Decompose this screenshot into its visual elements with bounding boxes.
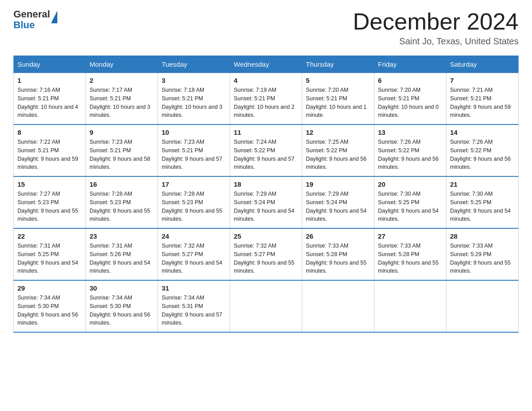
calendar-cell: 12Sunrise: 7:25 AMSunset: 5:22 PMDayligh… xyxy=(302,124,374,176)
location-subtitle: Saint Jo, Texas, United States xyxy=(353,36,519,47)
day-info: Sunrise: 7:23 AMSunset: 5:21 PMDaylight:… xyxy=(162,138,226,171)
calendar-cell: 14Sunrise: 7:26 AMSunset: 5:22 PMDayligh… xyxy=(446,124,519,176)
calendar-cell: 19Sunrise: 7:29 AMSunset: 5:24 PMDayligh… xyxy=(302,176,374,228)
day-info: Sunrise: 7:26 AMSunset: 5:22 PMDaylight:… xyxy=(450,138,515,171)
calendar-body: 1Sunrise: 7:16 AMSunset: 5:21 PMDaylight… xyxy=(14,73,519,333)
day-number: 18 xyxy=(234,180,298,188)
page-header: General Blue December 2024 Saint Jo, Tex… xyxy=(13,9,519,47)
day-number: 1 xyxy=(17,77,82,84)
day-number: 21 xyxy=(450,180,515,188)
day-number: 13 xyxy=(378,128,442,136)
calendar-header: SundayMondayTuesdayWednesdayThursdayFrid… xyxy=(14,56,519,73)
day-info: Sunrise: 7:30 AMSunset: 5:25 PMDaylight:… xyxy=(450,190,515,223)
day-info: Sunrise: 7:25 AMSunset: 5:22 PMDaylight:… xyxy=(306,138,370,171)
header-monday: Monday xyxy=(86,56,158,73)
header-sunday: Sunday xyxy=(14,56,86,73)
calendar-cell: 21Sunrise: 7:30 AMSunset: 5:25 PMDayligh… xyxy=(446,176,519,228)
day-info: Sunrise: 7:26 AMSunset: 5:22 PMDaylight:… xyxy=(378,138,442,171)
logo: General Blue xyxy=(13,9,57,30)
calendar-cell: 8Sunrise: 7:22 AMSunset: 5:21 PMDaylight… xyxy=(14,124,86,176)
day-number: 26 xyxy=(306,232,370,240)
day-number: 19 xyxy=(306,180,370,188)
day-number: 5 xyxy=(306,77,370,84)
day-info: Sunrise: 7:29 AMSunset: 5:24 PMDaylight:… xyxy=(234,190,298,223)
day-number: 14 xyxy=(450,128,515,136)
day-info: Sunrise: 7:28 AMSunset: 5:23 PMDaylight:… xyxy=(90,190,154,223)
calendar-cell: 7Sunrise: 7:21 AMSunset: 5:21 PMDaylight… xyxy=(446,73,519,125)
day-number: 2 xyxy=(90,77,154,84)
calendar-cell xyxy=(446,280,519,332)
day-number: 3 xyxy=(162,77,226,84)
calendar-cell: 11Sunrise: 7:24 AMSunset: 5:22 PMDayligh… xyxy=(230,124,302,176)
day-number: 30 xyxy=(90,284,154,292)
day-info: Sunrise: 7:34 AMSunset: 5:31 PMDaylight:… xyxy=(162,294,226,327)
title-section: December 2024 Saint Jo, Texas, United St… xyxy=(353,9,519,47)
day-number: 22 xyxy=(17,232,82,240)
day-number: 10 xyxy=(162,128,226,136)
week-row-1: 1Sunrise: 7:16 AMSunset: 5:21 PMDaylight… xyxy=(14,73,519,125)
calendar-cell: 3Sunrise: 7:18 AMSunset: 5:21 PMDaylight… xyxy=(158,73,230,125)
logo-triangle-icon xyxy=(51,11,57,23)
day-number: 9 xyxy=(90,128,154,136)
calendar-cell: 22Sunrise: 7:31 AMSunset: 5:25 PMDayligh… xyxy=(14,228,86,280)
day-info: Sunrise: 7:21 AMSunset: 5:21 PMDaylight:… xyxy=(450,86,515,120)
calendar-cell: 23Sunrise: 7:31 AMSunset: 5:26 PMDayligh… xyxy=(86,228,158,280)
calendar-cell: 31Sunrise: 7:34 AMSunset: 5:31 PMDayligh… xyxy=(158,280,230,332)
day-number: 31 xyxy=(162,284,226,292)
header-saturday: Saturday xyxy=(446,56,519,73)
logo-general-text: General xyxy=(13,9,50,20)
calendar-cell: 26Sunrise: 7:33 AMSunset: 5:28 PMDayligh… xyxy=(302,228,374,280)
day-number: 27 xyxy=(378,232,442,240)
logo-blue-text: Blue xyxy=(13,20,50,30)
calendar-cell: 17Sunrise: 7:28 AMSunset: 5:23 PMDayligh… xyxy=(158,176,230,228)
day-number: 25 xyxy=(234,232,298,240)
calendar-cell: 6Sunrise: 7:20 AMSunset: 5:21 PMDaylight… xyxy=(374,73,446,125)
day-number: 28 xyxy=(450,232,515,240)
day-number: 8 xyxy=(17,128,82,136)
header-friday: Friday xyxy=(374,56,446,73)
day-info: Sunrise: 7:34 AMSunset: 5:30 PMDaylight:… xyxy=(90,294,154,327)
calendar-cell xyxy=(302,280,374,332)
calendar-cell: 24Sunrise: 7:32 AMSunset: 5:27 PMDayligh… xyxy=(158,228,230,280)
day-info: Sunrise: 7:29 AMSunset: 5:24 PMDaylight:… xyxy=(306,190,370,223)
day-info: Sunrise: 7:22 AMSunset: 5:21 PMDaylight:… xyxy=(17,138,82,171)
day-number: 16 xyxy=(90,180,154,188)
calendar-cell: 9Sunrise: 7:23 AMSunset: 5:21 PMDaylight… xyxy=(86,124,158,176)
day-number: 24 xyxy=(162,232,226,240)
day-info: Sunrise: 7:20 AMSunset: 5:21 PMDaylight:… xyxy=(306,86,370,120)
calendar-cell: 15Sunrise: 7:27 AMSunset: 5:23 PMDayligh… xyxy=(14,176,86,228)
header-row: SundayMondayTuesdayWednesdayThursdayFrid… xyxy=(14,56,519,73)
day-number: 15 xyxy=(17,180,82,188)
day-info: Sunrise: 7:33 AMSunset: 5:28 PMDaylight:… xyxy=(378,242,442,275)
day-info: Sunrise: 7:20 AMSunset: 5:21 PMDaylight:… xyxy=(378,86,442,120)
calendar-cell: 30Sunrise: 7:34 AMSunset: 5:30 PMDayligh… xyxy=(86,280,158,332)
calendar-cell: 5Sunrise: 7:20 AMSunset: 5:21 PMDaylight… xyxy=(302,73,374,125)
calendar-cell: 4Sunrise: 7:19 AMSunset: 5:21 PMDaylight… xyxy=(230,73,302,125)
day-number: 20 xyxy=(378,180,442,188)
logo-text: General Blue xyxy=(13,9,50,30)
day-number: 4 xyxy=(234,77,298,84)
day-info: Sunrise: 7:28 AMSunset: 5:23 PMDaylight:… xyxy=(162,190,226,223)
day-number: 29 xyxy=(17,284,82,292)
calendar-cell xyxy=(230,280,302,332)
week-row-5: 29Sunrise: 7:34 AMSunset: 5:30 PMDayligh… xyxy=(14,280,519,332)
day-info: Sunrise: 7:33 AMSunset: 5:29 PMDaylight:… xyxy=(450,242,515,275)
day-info: Sunrise: 7:31 AMSunset: 5:25 PMDaylight:… xyxy=(17,242,82,275)
day-info: Sunrise: 7:32 AMSunset: 5:27 PMDaylight:… xyxy=(162,242,226,275)
day-info: Sunrise: 7:17 AMSunset: 5:21 PMDaylight:… xyxy=(90,86,154,120)
week-row-3: 15Sunrise: 7:27 AMSunset: 5:23 PMDayligh… xyxy=(14,176,519,228)
day-number: 12 xyxy=(306,128,370,136)
week-row-4: 22Sunrise: 7:31 AMSunset: 5:25 PMDayligh… xyxy=(14,228,519,280)
day-info: Sunrise: 7:23 AMSunset: 5:21 PMDaylight:… xyxy=(90,138,154,171)
day-info: Sunrise: 7:30 AMSunset: 5:25 PMDaylight:… xyxy=(378,190,442,223)
calendar-cell: 29Sunrise: 7:34 AMSunset: 5:30 PMDayligh… xyxy=(14,280,86,332)
day-info: Sunrise: 7:32 AMSunset: 5:27 PMDaylight:… xyxy=(234,242,298,275)
calendar-cell: 13Sunrise: 7:26 AMSunset: 5:22 PMDayligh… xyxy=(374,124,446,176)
calendar-cell: 28Sunrise: 7:33 AMSunset: 5:29 PMDayligh… xyxy=(446,228,519,280)
day-info: Sunrise: 7:34 AMSunset: 5:30 PMDaylight:… xyxy=(17,294,82,327)
day-number: 23 xyxy=(90,232,154,240)
calendar-cell: 1Sunrise: 7:16 AMSunset: 5:21 PMDaylight… xyxy=(14,73,86,125)
calendar-cell: 18Sunrise: 7:29 AMSunset: 5:24 PMDayligh… xyxy=(230,176,302,228)
week-row-2: 8Sunrise: 7:22 AMSunset: 5:21 PMDaylight… xyxy=(14,124,519,176)
calendar-table: SundayMondayTuesdayWednesdayThursdayFrid… xyxy=(13,56,519,333)
